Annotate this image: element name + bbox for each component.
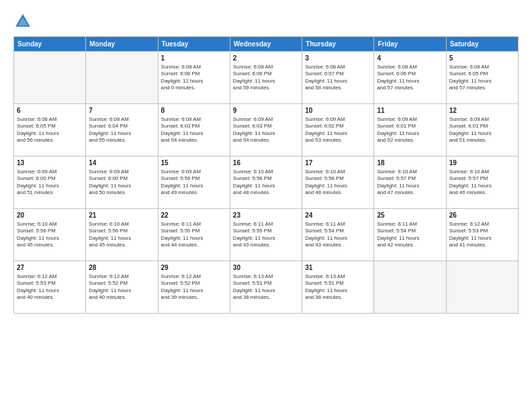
calendar-day-cell: 10Sunrise: 6:09 AM Sunset: 6:02 PM Dayli… <box>302 104 374 156</box>
day-number: 12 <box>449 106 515 116</box>
day-info: Sunrise: 6:08 AM Sunset: 6:03 PM Dayligh… <box>161 116 227 144</box>
calendar-day-cell: 17Sunrise: 6:10 AM Sunset: 5:58 PM Dayli… <box>302 156 374 209</box>
day-number: 27 <box>17 263 83 273</box>
calendar-day-cell: 21Sunrise: 6:10 AM Sunset: 5:56 PM Dayli… <box>86 209 158 261</box>
day-info: Sunrise: 6:10 AM Sunset: 5:58 PM Dayligh… <box>233 169 299 197</box>
calendar-day-cell: 3Sunrise: 6:08 AM Sunset: 6:07 PM Daylig… <box>302 52 374 104</box>
day-number: 25 <box>377 211 443 220</box>
logo-icon <box>13 12 32 31</box>
day-info: Sunrise: 6:08 AM Sunset: 6:07 PM Dayligh… <box>305 64 371 92</box>
day-number: 6 <box>17 106 83 116</box>
calendar-day-cell <box>14 52 86 104</box>
day-number: 24 <box>305 211 371 220</box>
calendar-day-cell: 31Sunrise: 6:13 AM Sunset: 5:51 PM Dayli… <box>302 261 374 314</box>
day-number: 15 <box>161 158 227 168</box>
page: SundayMondayTuesdayWednesdayThursdayFrid… <box>0 0 532 411</box>
day-info: Sunrise: 6:09 AM Sunset: 6:02 PM Dayligh… <box>305 116 371 144</box>
day-info: Sunrise: 6:11 AM Sunset: 5:54 PM Dayligh… <box>305 221 371 249</box>
day-info: Sunrise: 6:09 AM Sunset: 6:01 PM Dayligh… <box>377 116 443 144</box>
weekday-header: Tuesday <box>158 37 230 52</box>
calendar-day-cell: 24Sunrise: 6:11 AM Sunset: 5:54 PM Dayli… <box>302 209 374 261</box>
day-number: 19 <box>449 158 515 168</box>
day-number: 28 <box>89 263 154 273</box>
day-number: 3 <box>305 54 371 63</box>
day-number: 29 <box>161 263 227 273</box>
weekday-header: Friday <box>374 37 446 52</box>
calendar-day-cell: 18Sunrise: 6:10 AM Sunset: 5:57 PM Dayli… <box>374 156 446 209</box>
weekday-header: Wednesday <box>230 37 302 52</box>
calendar-day-cell: 29Sunrise: 6:12 AM Sunset: 5:52 PM Dayli… <box>158 261 230 314</box>
day-info: Sunrise: 6:09 AM Sunset: 6:00 PM Dayligh… <box>17 169 83 197</box>
day-info: Sunrise: 6:11 AM Sunset: 5:55 PM Dayligh… <box>161 221 227 249</box>
calendar-week-row: 6Sunrise: 6:08 AM Sunset: 6:05 PM Daylig… <box>14 104 519 156</box>
calendar-day-cell: 23Sunrise: 6:11 AM Sunset: 5:55 PM Dayli… <box>230 209 302 261</box>
calendar-week-row: 1Sunrise: 6:08 AM Sunset: 6:08 PM Daylig… <box>14 52 519 104</box>
calendar-week-row: 27Sunrise: 6:12 AM Sunset: 5:53 PM Dayli… <box>14 261 519 314</box>
day-info: Sunrise: 6:12 AM Sunset: 5:53 PM Dayligh… <box>17 273 83 302</box>
day-info: Sunrise: 6:10 AM Sunset: 5:57 PM Dayligh… <box>377 169 443 197</box>
day-number: 10 <box>305 106 371 116</box>
calendar-day-cell: 27Sunrise: 6:12 AM Sunset: 5:53 PM Dayli… <box>14 261 86 314</box>
day-number: 2 <box>233 54 299 63</box>
day-info: Sunrise: 6:09 AM Sunset: 6:00 PM Dayligh… <box>89 169 154 197</box>
day-number: 23 <box>233 211 299 220</box>
day-number: 16 <box>233 158 299 168</box>
weekday-header: Thursday <box>302 37 374 52</box>
calendar-table: SundayMondayTuesdayWednesdayThursdayFrid… <box>13 36 519 314</box>
day-number: 4 <box>377 54 443 63</box>
day-number: 9 <box>233 106 299 116</box>
day-info: Sunrise: 6:09 AM Sunset: 5:59 PM Dayligh… <box>161 169 227 197</box>
calendar-day-cell: 1Sunrise: 6:08 AM Sunset: 6:08 PM Daylig… <box>158 52 230 104</box>
calendar-day-cell: 26Sunrise: 6:12 AM Sunset: 5:53 PM Dayli… <box>446 209 518 261</box>
calendar-header-row: SundayMondayTuesdayWednesdayThursdayFrid… <box>14 37 519 52</box>
calendar-week-row: 13Sunrise: 6:09 AM Sunset: 6:00 PM Dayli… <box>14 156 519 209</box>
calendar-day-cell: 12Sunrise: 6:09 AM Sunset: 6:01 PM Dayli… <box>446 104 518 156</box>
day-number: 21 <box>89 211 154 220</box>
weekday-header: Saturday <box>446 37 518 52</box>
day-number: 20 <box>17 211 83 220</box>
weekday-header: Monday <box>86 37 158 52</box>
day-info: Sunrise: 6:10 AM Sunset: 5:56 PM Dayligh… <box>17 221 83 249</box>
day-info: Sunrise: 6:10 AM Sunset: 5:56 PM Dayligh… <box>89 221 154 249</box>
day-number: 7 <box>89 106 154 116</box>
day-number: 1 <box>161 54 227 63</box>
day-number: 5 <box>449 54 515 63</box>
calendar-day-cell: 2Sunrise: 6:08 AM Sunset: 6:08 PM Daylig… <box>230 52 302 104</box>
calendar-day-cell: 22Sunrise: 6:11 AM Sunset: 5:55 PM Dayli… <box>158 209 230 261</box>
day-info: Sunrise: 6:08 AM Sunset: 6:08 PM Dayligh… <box>161 64 227 92</box>
day-info: Sunrise: 6:12 AM Sunset: 5:52 PM Dayligh… <box>161 273 227 302</box>
calendar-day-cell: 13Sunrise: 6:09 AM Sunset: 6:00 PM Dayli… <box>14 156 86 209</box>
day-number: 31 <box>305 263 371 273</box>
day-info: Sunrise: 6:08 AM Sunset: 6:08 PM Dayligh… <box>233 64 299 92</box>
day-number: 13 <box>17 158 83 168</box>
day-info: Sunrise: 6:09 AM Sunset: 6:03 PM Dayligh… <box>233 116 299 144</box>
calendar-day-cell <box>86 52 158 104</box>
calendar-day-cell: 25Sunrise: 6:11 AM Sunset: 5:54 PM Dayli… <box>374 209 446 261</box>
calendar-day-cell: 28Sunrise: 6:12 AM Sunset: 5:52 PM Dayli… <box>86 261 158 314</box>
calendar-day-cell: 4Sunrise: 6:08 AM Sunset: 6:06 PM Daylig… <box>374 52 446 104</box>
calendar-day-cell: 11Sunrise: 6:09 AM Sunset: 6:01 PM Dayli… <box>374 104 446 156</box>
calendar-day-cell: 6Sunrise: 6:08 AM Sunset: 6:05 PM Daylig… <box>14 104 86 156</box>
day-info: Sunrise: 6:13 AM Sunset: 5:51 PM Dayligh… <box>305 273 371 302</box>
day-info: Sunrise: 6:13 AM Sunset: 5:51 PM Dayligh… <box>233 273 299 302</box>
day-info: Sunrise: 6:08 AM Sunset: 6:05 PM Dayligh… <box>17 116 83 144</box>
day-info: Sunrise: 6:09 AM Sunset: 6:01 PM Dayligh… <box>449 116 515 144</box>
calendar-day-cell: 14Sunrise: 6:09 AM Sunset: 6:00 PM Dayli… <box>86 156 158 209</box>
day-number: 8 <box>161 106 227 116</box>
day-number: 11 <box>377 106 443 116</box>
calendar-day-cell: 7Sunrise: 6:08 AM Sunset: 6:04 PM Daylig… <box>86 104 158 156</box>
calendar-day-cell: 8Sunrise: 6:08 AM Sunset: 6:03 PM Daylig… <box>158 104 230 156</box>
calendar-day-cell: 15Sunrise: 6:09 AM Sunset: 5:59 PM Dayli… <box>158 156 230 209</box>
day-info: Sunrise: 6:08 AM Sunset: 6:05 PM Dayligh… <box>449 64 515 92</box>
weekday-header: Sunday <box>14 37 86 52</box>
day-number: 18 <box>377 158 443 168</box>
day-info: Sunrise: 6:10 AM Sunset: 5:58 PM Dayligh… <box>305 169 371 197</box>
day-number: 30 <box>233 263 299 273</box>
day-info: Sunrise: 6:08 AM Sunset: 6:04 PM Dayligh… <box>89 116 154 144</box>
day-info: Sunrise: 6:11 AM Sunset: 5:55 PM Dayligh… <box>233 221 299 249</box>
calendar-day-cell <box>374 261 446 314</box>
day-info: Sunrise: 6:08 AM Sunset: 6:06 PM Dayligh… <box>377 64 443 92</box>
calendar-day-cell: 19Sunrise: 6:10 AM Sunset: 5:57 PM Dayli… <box>446 156 518 209</box>
header <box>13 12 519 31</box>
day-number: 26 <box>449 211 515 220</box>
